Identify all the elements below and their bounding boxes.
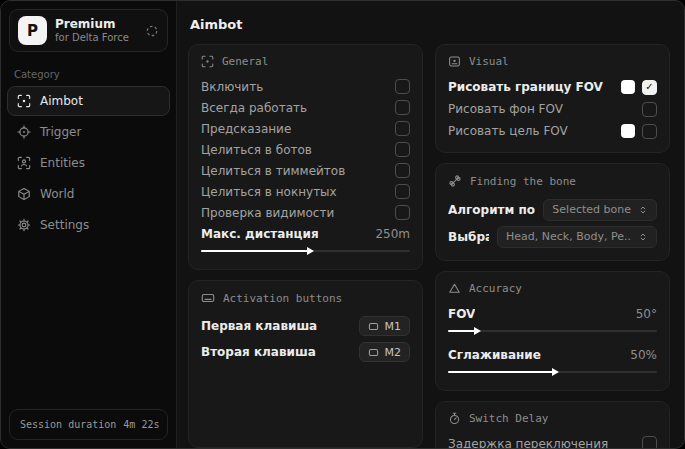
bone-selected-row: Выбранные кос Head, Neck, Body, Pe..	[448, 223, 657, 250]
fov-slider[interactable]	[448, 326, 657, 336]
general-card: General Включить Всегда работать Предска…	[188, 44, 423, 270]
checkbox[interactable]	[642, 80, 657, 95]
toggle-label: Предсказание	[201, 122, 291, 136]
section-title: Visual	[469, 55, 509, 68]
toggle-label: Целиться в нокнутых	[201, 185, 337, 199]
toggle-row-visibility-check: Проверка видимости	[201, 202, 410, 223]
sync-icon[interactable]	[145, 24, 159, 38]
crosshair-scan-icon	[17, 94, 31, 108]
sidebar-item-world[interactable]: World	[7, 179, 170, 209]
bone-algorithm-row: Алгоритм поиска кост Selected bone	[448, 196, 657, 223]
visual-row-fov-background: Рисовать фон FOV	[448, 98, 657, 120]
dropdown-label: Алгоритм поиска кост	[448, 203, 535, 217]
smoothing-row: Сглаживание 50%	[448, 344, 657, 365]
toggle-label: Всегда работать	[201, 101, 307, 115]
eye-scan-icon	[448, 55, 461, 68]
chevron-up-down-icon	[638, 205, 648, 215]
category-label: Category	[14, 69, 163, 80]
cube-icon	[17, 187, 31, 201]
toggle-row-target-knocked: Целиться в нокнутых	[201, 181, 410, 202]
license-subtitle: for Delta Force	[55, 32, 129, 44]
session-duration-value: 4m 22s	[123, 419, 159, 430]
section-title: Finding the bone	[470, 175, 576, 188]
finding-bone-card: Finding the bone Алгоритм поиска кост Se…	[435, 163, 670, 261]
slider-thumb[interactable]	[307, 247, 314, 255]
slider-thumb[interactable]	[474, 327, 481, 335]
toggle-row-target-bots: Целиться в ботов	[201, 139, 410, 160]
sidebar: P Premium for Delta Force Category	[1, 1, 177, 448]
checkbox[interactable]	[395, 184, 410, 199]
checkbox[interactable]	[395, 163, 410, 178]
keybind-key: M1	[385, 320, 402, 333]
color-swatch[interactable]	[621, 124, 635, 138]
color-swatch[interactable]	[621, 80, 635, 94]
slider-thumb[interactable]	[552, 368, 559, 376]
section-title: Switch Delay	[469, 412, 548, 425]
dropdown-label: Выбранные кос	[448, 230, 489, 244]
checkbox[interactable]	[395, 79, 410, 94]
toggle-row-target-teammates: Целиться в тиммейтов	[201, 160, 410, 181]
trigger-crosshair-icon	[17, 125, 31, 139]
checkbox[interactable]	[395, 121, 410, 136]
checkbox[interactable]	[395, 142, 410, 157]
sidebar-item-label: World	[40, 187, 74, 201]
checkbox[interactable]	[395, 205, 410, 220]
dropdown-value: Head, Neck, Body, Pe..	[506, 230, 631, 243]
bone-algorithm-select[interactable]: Selected bone	[543, 199, 657, 221]
mouse-icon	[368, 347, 379, 358]
app-logo: P	[18, 16, 47, 45]
keybind-row-second: Вторая клавиша M2	[201, 339, 410, 365]
fov-row: FOV 50°	[448, 303, 657, 324]
person-scan-icon	[17, 156, 31, 170]
max-distance-row: Макс. дистанция 250m	[201, 223, 410, 244]
keybind-label: Вторая клавиша	[201, 345, 316, 359]
visual-label: Рисовать цель FOV	[448, 124, 568, 138]
mouse-icon	[368, 321, 379, 332]
keybind-row-first: Первая клавиша M1	[201, 313, 410, 339]
visual-card: Visual Рисовать границу FOV Рисовать фон…	[435, 44, 670, 153]
smoothing-slider[interactable]	[448, 367, 657, 377]
toggle-label: Проверка видимости	[201, 206, 334, 220]
keyboard-icon	[201, 291, 215, 305]
keybind-label: Первая клавиша	[201, 319, 317, 333]
checkbox[interactable]	[642, 102, 657, 117]
toggle-row-enable: Включить	[201, 76, 410, 97]
stopwatch-icon	[448, 412, 461, 425]
keybind-button-m2[interactable]: M2	[359, 342, 411, 362]
slider-value: 50°	[636, 307, 657, 321]
sidebar-item-label: Entities	[40, 156, 85, 170]
checkbox[interactable]	[395, 100, 410, 115]
keybind-button-m1[interactable]: M1	[359, 316, 411, 336]
slider-value: 50%	[630, 348, 657, 362]
max-distance-slider[interactable]	[201, 246, 410, 256]
keybind-key: M2	[385, 346, 402, 359]
checkbox[interactable]	[642, 436, 657, 449]
slider-label: Сглаживание	[448, 348, 541, 362]
visual-row-fov-target: Рисовать цель FOV	[448, 120, 657, 142]
toggle-row-prediction: Предсказание	[201, 118, 410, 139]
sidebar-item-trigger[interactable]: Trigger	[7, 117, 170, 147]
toggle-label: Задержка переключения	[448, 437, 608, 449]
section-title: General	[222, 55, 268, 68]
checkbox[interactable]	[642, 124, 657, 139]
bone-icon	[448, 174, 462, 188]
visual-label: Рисовать фон FOV	[448, 102, 563, 116]
sidebar-item-aimbot[interactable]: Aimbot	[7, 86, 170, 116]
page-title: Aimbot	[190, 17, 670, 32]
license-title: Premium	[55, 17, 129, 31]
sidebar-nav: Aimbot Trigger	[1, 86, 176, 240]
switch-delay-toggle-row: Задержка переключения	[448, 433, 657, 449]
gear-icon	[17, 218, 31, 232]
toggle-label: Включить	[201, 80, 263, 94]
scan-icon	[201, 55, 214, 68]
session-duration-label: Session duration	[20, 419, 116, 430]
sidebar-item-settings[interactable]: Settings	[7, 210, 170, 240]
chevron-up-down-icon	[638, 232, 648, 242]
switch-delay-card: Switch Delay Задержка переключения Задер…	[435, 401, 670, 449]
selected-bones-select[interactable]: Head, Neck, Body, Pe..	[497, 226, 657, 248]
visual-row-fov-border: Рисовать границу FOV	[448, 76, 657, 98]
app-window: P Premium for Delta Force Category	[0, 0, 685, 449]
slider-label: FOV	[448, 307, 475, 321]
slider-value: 250m	[375, 227, 410, 241]
sidebar-item-entities[interactable]: Entities	[7, 148, 170, 178]
